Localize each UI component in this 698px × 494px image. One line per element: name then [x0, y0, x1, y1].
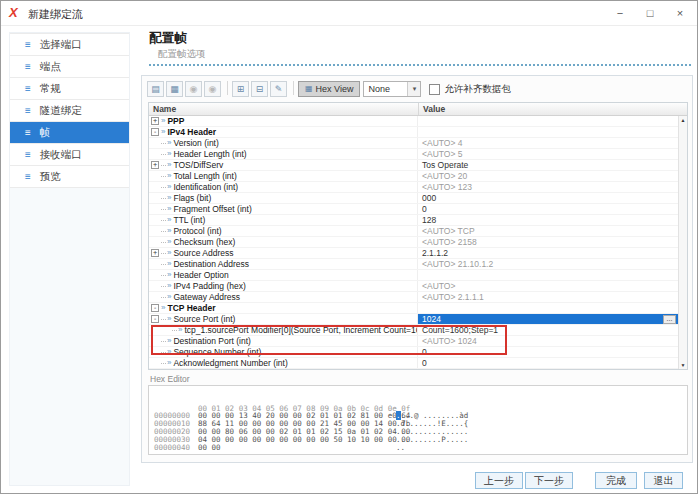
sidebar-item-3[interactable]: ≡隧道绑定	[10, 100, 129, 122]
field-name: Gateway Address	[173, 292, 240, 302]
tree-line	[161, 242, 166, 243]
menu-lines-icon: ≡	[25, 128, 31, 138]
table-row[interactable]: »Flags (bit)000	[149, 193, 678, 204]
tree-line	[172, 330, 177, 331]
row-value-cell: <AUTO> 2.1.1.1	[418, 292, 678, 302]
sidebar-item-0[interactable]: ≡选择端口	[10, 33, 129, 56]
maximize-button[interactable]: □	[635, 1, 665, 25]
table-row[interactable]: »Destination Port (int)<AUTO> 1024	[149, 336, 678, 347]
next-step-button[interactable]: 下一步	[525, 472, 573, 489]
allow-padding-checkbox[interactable]	[429, 84, 440, 95]
table-row[interactable]: »Header Length (int)<AUTO> 5	[149, 149, 678, 160]
row-name-cell: »Identification (int)	[149, 182, 418, 192]
tree-line	[161, 220, 166, 221]
table-row[interactable]: »Checksum (hex)<AUTO> 2158	[149, 237, 678, 248]
row-name-cell: »Protocol (int)	[149, 226, 418, 236]
field-name: TOS/DiffServ	[173, 160, 223, 170]
row-value-cell: 2.1.1.2	[418, 248, 678, 258]
field-arrow-icon: »	[167, 359, 171, 367]
tree-line	[161, 275, 166, 276]
encapsulation-select[interactable]: None ▾	[363, 81, 421, 97]
table-row[interactable]: »Destination Address<AUTO> 21.10.1.2	[149, 259, 678, 270]
menu-lines-icon: ≡	[25, 62, 31, 72]
finish-button[interactable]: 完成	[595, 472, 637, 489]
row-name-cell: »Version (int)	[149, 138, 418, 148]
scroll-down-icon[interactable]: ▼	[679, 362, 687, 368]
field-name: Flags (bit)	[173, 193, 211, 203]
row-name-cell: »Gateway Address	[149, 292, 418, 302]
sidebar-item-4[interactable]: ≡帧	[10, 122, 129, 144]
field-name: Checksum (hex)	[173, 237, 235, 247]
table-row[interactable]: »Protocol (int)<AUTO> TCP	[149, 226, 678, 237]
window-title: 新建绑定流	[28, 7, 83, 22]
value-column-header: Value	[418, 103, 687, 115]
more-options-button[interactable]: ...	[663, 315, 676, 324]
expand-all-icon[interactable]: ⊞	[232, 81, 249, 97]
tree-line	[161, 264, 166, 265]
table-row[interactable]: »Acknowledgment Number (int)0	[149, 358, 678, 369]
row-name-cell: »Flags (bit)	[149, 193, 418, 203]
table-row[interactable]: +»Source Address2.1.1.2	[149, 248, 678, 259]
collapse-all-icon[interactable]: ⊟	[251, 81, 268, 97]
expand-icon[interactable]: +	[151, 161, 159, 169]
field-name: Destination Address	[173, 259, 249, 269]
allow-padding-checkbox-label: 允许补齐数据包	[444, 83, 511, 96]
row-name-cell: »Destination Port (int)	[149, 336, 418, 346]
table-row[interactable]: +»PPP	[149, 116, 678, 127]
field-arrow-icon: »	[167, 161, 171, 169]
row-name-cell: -»IPv4 Header	[149, 127, 418, 137]
insert-field-icon[interactable]: ▤	[147, 81, 164, 97]
sidebar-item-6[interactable]: ≡预览	[10, 166, 129, 188]
table-row[interactable]: »Identification (int)<AUTO> 123	[149, 182, 678, 193]
prev-step-button[interactable]: 上一步	[475, 472, 523, 489]
field-arrow-icon: »	[178, 326, 182, 334]
collapse-icon[interactable]: -	[151, 128, 159, 136]
row-value-cell: 0	[418, 358, 678, 368]
table-row[interactable]: »Fragment Offset (int)0	[149, 204, 678, 215]
table-row[interactable]: »IPv4 Padding (hex)<AUTO>	[149, 281, 678, 292]
expand-icon[interactable]: +	[151, 249, 159, 257]
table-row[interactable]: »Total Length (int)<AUTO> 20	[149, 171, 678, 182]
sidebar-item-label: 接收端口	[40, 148, 82, 162]
field-name: TCP Header	[167, 303, 215, 313]
minimize-button[interactable]: −	[605, 1, 635, 25]
row-name-cell: »Header Length (int)	[149, 149, 418, 159]
expand-icon[interactable]: +	[151, 117, 159, 125]
sidebar-item-2[interactable]: ≡常规	[10, 78, 129, 100]
sidebar-item-1[interactable]: ≡端点	[10, 56, 129, 78]
hex-view-icon: ▦	[305, 85, 313, 93]
hex-editor[interactable]: 00 01 02 03 04 05 06 07 08 09 0a 0b 0c 0…	[148, 385, 688, 455]
vertical-scrollbar[interactable]: ▲ ▼	[678, 116, 687, 369]
row-value-cell: Tos Operate	[418, 160, 678, 170]
hex-view-toggle[interactable]: ▦ Hex View	[298, 81, 360, 97]
field-arrow-icon: »	[167, 216, 171, 224]
exit-button[interactable]: 退出	[644, 472, 683, 489]
edit-icon[interactable]: ✎	[270, 81, 287, 97]
table-row[interactable]: »Gateway Address<AUTO> 2.1.1.1	[149, 292, 678, 303]
field-name: Acknowledgment Number (int)	[173, 358, 287, 368]
sidebar-item-label: 预览	[40, 170, 61, 184]
table-row[interactable]: »Header Option	[149, 270, 678, 281]
sidebar-item-label: 端点	[40, 60, 61, 74]
field-arrow-icon: »	[161, 117, 165, 125]
table-row[interactable]: »tcp_1.sourcePort Modifier[0](Source Por…	[149, 325, 678, 336]
collapse-icon[interactable]: -	[151, 315, 159, 323]
table-row[interactable]: »Version (int)<AUTO> 4	[149, 138, 678, 149]
close-button[interactable]: ×	[665, 1, 695, 25]
table-row[interactable]: -»IPv4 Header	[149, 127, 678, 138]
wizard-window: X 新建绑定流 − □ × ≡选择端口≡端点≡常规≡隧道绑定≡帧≡接收端口≡预览…	[0, 0, 698, 494]
row-value-cell: <AUTO> 21.10.1.2	[418, 259, 678, 269]
table-view-icon[interactable]: ▦	[166, 81, 183, 97]
sidebar-item-5[interactable]: ≡接收端口	[10, 144, 129, 166]
scroll-up-icon[interactable]: ▲	[679, 117, 687, 123]
table-row[interactable]: +»TOS/DiffServTos Operate	[149, 160, 678, 171]
row-value-cell: <AUTO> 20	[418, 171, 678, 181]
menu-lines-icon: ≡	[25, 40, 31, 50]
collapse-icon[interactable]: -	[151, 304, 159, 312]
table-row[interactable]: -»TCP Header	[149, 303, 678, 314]
table-row[interactable]: »Sequence Number (int)0	[149, 347, 678, 358]
window-controls: − □ ×	[605, 1, 695, 25]
table-row[interactable]: »TTL (int)128	[149, 215, 678, 226]
app-logo-icon: X	[9, 5, 18, 20]
table-row[interactable]: -»Source Port (int)1024...	[149, 314, 678, 325]
